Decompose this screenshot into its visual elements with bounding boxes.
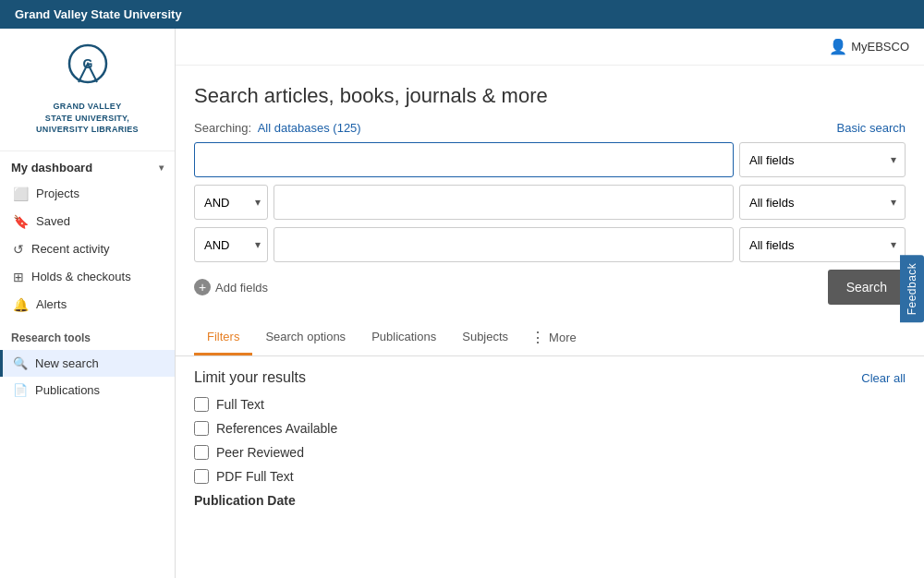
- recent-icon: ↺: [13, 242, 24, 257]
- feedback-tab[interactable]: Feedback: [900, 256, 924, 323]
- holds-icon: ⊞: [13, 270, 24, 284]
- myebsco-label: MyEBSCO: [851, 40, 909, 54]
- bool-select-wrapper-3: AND OR NOT: [194, 227, 268, 262]
- search-input-3[interactable]: [274, 227, 734, 262]
- sidebar-item-saved[interactable]: 🔖 Saved: [0, 208, 175, 235]
- alerts-icon: 🔔: [13, 297, 29, 312]
- more-dots-icon: ⋮: [530, 329, 546, 346]
- sidebar-item-label: Saved: [36, 214, 70, 228]
- field-select-1[interactable]: All fields Title Author Subject Abstract: [739, 142, 906, 177]
- pdf-full-text-label[interactable]: PDF Full Text: [216, 469, 294, 484]
- clear-all-link[interactable]: Clear all: [861, 371, 906, 385]
- full-text-label[interactable]: Full Text: [216, 397, 264, 412]
- plus-icon: +: [194, 279, 211, 295]
- tabs-row: Filters Search options Publications Subj…: [176, 319, 924, 356]
- add-fields-button[interactable]: + Add fields: [194, 279, 268, 295]
- logo-text: Grand ValleyState University,University …: [11, 101, 164, 136]
- searching-label: Searching: All databases (125): [194, 121, 361, 135]
- tab-filters[interactable]: Filters: [194, 320, 252, 355]
- sidebar-item-projects[interactable]: ⬜ Projects: [0, 180, 175, 208]
- peer-reviewed-label[interactable]: Peer Reviewed: [216, 445, 304, 460]
- checkbox-peer-reviewed: Peer Reviewed: [194, 445, 906, 460]
- limit-section: Limit your results Clear all Full Text R…: [176, 356, 924, 521]
- limit-header: Limit your results Clear all: [194, 369, 906, 386]
- add-fields-row: + Add fields Search: [194, 270, 906, 305]
- dashboard-header[interactable]: My dashboard ▾: [0, 151, 175, 180]
- projects-icon: ⬜: [13, 187, 29, 201]
- research-tools-label: Research tools: [0, 319, 175, 350]
- sidebar-item-alerts[interactable]: 🔔 Alerts: [0, 291, 175, 319]
- search-row-3: AND OR NOT All fields Title Author Subje…: [194, 227, 906, 262]
- tab-search-options[interactable]: Search options: [252, 320, 359, 355]
- sidebar-tool-label: New search: [35, 356, 99, 370]
- pdf-full-text-checkbox[interactable]: [194, 469, 209, 484]
- add-fields-label: Add fields: [215, 281, 268, 295]
- dashboard-label: My dashboard: [11, 161, 92, 175]
- sidebar-item-label: Recent activity: [31, 242, 110, 256]
- main-content: 👤 MyEBSCO Search articles, books, journa…: [176, 29, 924, 578]
- references-label[interactable]: References Available: [216, 421, 337, 436]
- account-icon: 👤: [829, 38, 847, 55]
- tab-more[interactable]: ⋮ More: [521, 319, 586, 355]
- search-icon: 🔍: [13, 356, 28, 370]
- tab-subjects[interactable]: Subjects: [449, 320, 521, 355]
- search-row-1: All fields Title Author Subject Abstract: [194, 142, 906, 177]
- sidebar-item-label: Holds & checkouts: [31, 270, 131, 283]
- bool-select-wrapper-2: AND OR NOT: [194, 185, 268, 220]
- dashboard-chevron: ▾: [159, 163, 164, 173]
- search-title: Search articles, books, journals & more: [194, 84, 906, 108]
- search-input-1[interactable]: [194, 142, 734, 177]
- sidebar: G Grand ValleyState University,Universit…: [0, 29, 176, 578]
- sidebar-tools: 🔍 New search 📄 Publications: [0, 350, 175, 403]
- search-input-2[interactable]: [274, 185, 734, 220]
- field-select-2[interactable]: All fields Title Author Subject: [739, 185, 906, 220]
- publications-icon: 📄: [13, 383, 28, 397]
- publication-date-label: Publication Date: [194, 493, 906, 508]
- bool-select-3[interactable]: AND OR NOT: [194, 227, 268, 262]
- sidebar-item-recent-activity[interactable]: ↺ Recent activity: [0, 235, 175, 263]
- checkbox-pdf-full-text: PDF Full Text: [194, 469, 906, 484]
- tab-publications[interactable]: Publications: [359, 320, 449, 355]
- sidebar-tool-label: Publications: [35, 383, 100, 397]
- sidebar-item-label: Projects: [36, 187, 79, 200]
- searching-row: Searching: All databases (125) Basic sea…: [194, 121, 906, 135]
- basic-search-link[interactable]: Basic search: [837, 121, 906, 135]
- top-bar-title: Grand Valley State University: [15, 7, 182, 21]
- peer-reviewed-checkbox[interactable]: [194, 445, 209, 460]
- search-button[interactable]: Search: [828, 270, 906, 305]
- sidebar-nav: ⬜ Projects 🔖 Saved ↺ Recent activity ⊞ H…: [0, 180, 175, 319]
- gvsu-logo: G: [60, 43, 116, 94]
- bool-select-2[interactable]: AND OR NOT: [194, 185, 268, 220]
- sidebar-item-holds-checkouts[interactable]: ⊞ Holds & checkouts: [0, 263, 175, 291]
- field-select-wrapper-3: All fields Title Author Subject: [739, 227, 906, 262]
- logo-area: G Grand ValleyState University,Universit…: [0, 29, 175, 151]
- feedback-wrapper: Feedback: [900, 256, 924, 323]
- databases-link[interactable]: All databases (125): [258, 121, 361, 135]
- search-row-2: AND OR NOT All fields Title Author Subje…: [194, 185, 906, 220]
- sidebar-item-label: Alerts: [36, 297, 67, 311]
- field-select-wrapper-1: All fields Title Author Subject Abstract: [739, 142, 906, 177]
- sidebar-tool-new-search[interactable]: 🔍 New search: [0, 350, 175, 377]
- top-bar: Grand Valley State University: [0, 0, 924, 29]
- saved-icon: 🔖: [13, 214, 29, 229]
- field-select-3[interactable]: All fields Title Author Subject: [739, 227, 906, 262]
- sidebar-tool-publications[interactable]: 📄 Publications: [0, 377, 175, 403]
- checkbox-full-text: Full Text: [194, 397, 906, 412]
- myebsco-button[interactable]: 👤 MyEBSCO: [829, 38, 909, 55]
- myebsco-bar: 👤 MyEBSCO: [176, 29, 924, 66]
- limit-title: Limit your results: [194, 369, 306, 386]
- more-label: More: [549, 331, 577, 344]
- checkbox-references-available: References Available: [194, 421, 906, 436]
- search-section: Search articles, books, journals & more …: [176, 66, 924, 319]
- full-text-checkbox[interactable]: [194, 397, 209, 412]
- field-select-wrapper-2: All fields Title Author Subject: [739, 185, 906, 220]
- references-checkbox[interactable]: [194, 421, 209, 436]
